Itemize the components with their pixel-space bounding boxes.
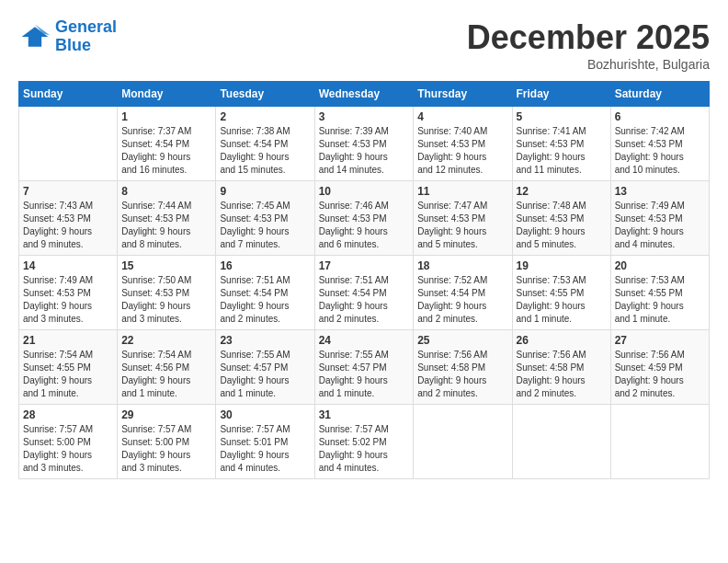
page-header: General Blue December 2025 Bozhurishte, … — [18, 18, 710, 72]
calendar-week-4: 21Sunrise: 7:54 AM Sunset: 4:55 PM Dayli… — [19, 330, 710, 405]
day-info: Sunrise: 7:46 AM Sunset: 4:53 PM Dayligh… — [319, 200, 410, 251]
calendar-cell: 25Sunrise: 7:56 AM Sunset: 4:58 PM Dayli… — [414, 330, 512, 405]
day-number: 6 — [615, 110, 705, 123]
day-info: Sunrise: 7:54 AM Sunset: 4:55 PM Dayligh… — [23, 349, 113, 400]
calendar-cell: 19Sunrise: 7:53 AM Sunset: 4:55 PM Dayli… — [512, 256, 610, 330]
day-info: Sunrise: 7:57 AM Sunset: 5:01 PM Dayligh… — [220, 423, 310, 475]
logo: General Blue — [18, 18, 117, 55]
day-info: Sunrise: 7:56 AM Sunset: 4:58 PM Dayligh… — [417, 349, 507, 400]
calendar-cell: 10Sunrise: 7:46 AM Sunset: 4:53 PM Dayli… — [314, 181, 414, 256]
calendar-cell: 29Sunrise: 7:57 AM Sunset: 5:00 PM Dayli… — [118, 405, 216, 479]
day-info: Sunrise: 7:55 AM Sunset: 4:57 PM Dayligh… — [319, 349, 410, 400]
calendar-cell: 21Sunrise: 7:54 AM Sunset: 4:55 PM Dayli… — [19, 330, 118, 405]
calendar-cell: 12Sunrise: 7:48 AM Sunset: 4:53 PM Dayli… — [512, 181, 610, 256]
day-number: 30 — [220, 408, 310, 421]
svg-marker-0 — [22, 27, 49, 47]
calendar-cell: 16Sunrise: 7:51 AM Sunset: 4:54 PM Dayli… — [216, 256, 314, 330]
calendar: SundayMondayTuesdayWednesdayThursdayFrid… — [18, 81, 710, 479]
day-info: Sunrise: 7:56 AM Sunset: 4:59 PM Dayligh… — [615, 349, 705, 400]
weekday-header-monday: Monday — [118, 82, 216, 107]
day-number: 7 — [23, 185, 113, 198]
weekday-header-row: SundayMondayTuesdayWednesdayThursdayFrid… — [19, 82, 710, 107]
day-info: Sunrise: 7:57 AM Sunset: 5:00 PM Dayligh… — [23, 423, 113, 475]
day-info: Sunrise: 7:54 AM Sunset: 4:56 PM Dayligh… — [121, 349, 211, 400]
day-info: Sunrise: 7:53 AM Sunset: 4:55 PM Dayligh… — [615, 274, 705, 326]
calendar-cell — [414, 405, 512, 479]
calendar-cell: 23Sunrise: 7:55 AM Sunset: 4:57 PM Dayli… — [216, 330, 314, 405]
day-info: Sunrise: 7:43 AM Sunset: 4:53 PM Dayligh… — [23, 200, 113, 251]
calendar-cell: 3Sunrise: 7:39 AM Sunset: 4:53 PM Daylig… — [314, 107, 414, 181]
day-info: Sunrise: 7:44 AM Sunset: 4:53 PM Dayligh… — [121, 200, 211, 251]
calendar-cell: 27Sunrise: 7:56 AM Sunset: 4:59 PM Dayli… — [610, 330, 709, 405]
day-number: 16 — [220, 259, 310, 272]
day-number: 27 — [615, 334, 705, 347]
calendar-cell — [512, 405, 610, 479]
day-info: Sunrise: 7:57 AM Sunset: 5:00 PM Dayligh… — [121, 423, 211, 475]
weekday-header-tuesday: Tuesday — [216, 82, 314, 107]
weekday-header-wednesday: Wednesday — [314, 82, 414, 107]
day-info: Sunrise: 7:39 AM Sunset: 4:53 PM Dayligh… — [319, 125, 410, 177]
calendar-cell: 14Sunrise: 7:49 AM Sunset: 4:53 PM Dayli… — [19, 256, 118, 330]
day-number: 12 — [517, 185, 607, 198]
weekday-header-friday: Friday — [512, 82, 610, 107]
title-area: December 2025 Bozhurishte, Bulgaria — [467, 18, 710, 72]
day-number: 18 — [417, 259, 507, 272]
day-number: 14 — [23, 259, 113, 272]
day-number: 21 — [23, 334, 113, 347]
day-number: 17 — [319, 259, 410, 272]
day-number: 1 — [121, 110, 211, 123]
day-number: 8 — [121, 185, 211, 198]
day-number: 28 — [23, 408, 113, 421]
day-number: 9 — [220, 185, 310, 198]
day-info: Sunrise: 7:42 AM Sunset: 4:53 PM Dayligh… — [615, 125, 705, 177]
calendar-week-1: 1Sunrise: 7:37 AM Sunset: 4:54 PM Daylig… — [19, 107, 710, 181]
calendar-cell: 9Sunrise: 7:45 AM Sunset: 4:53 PM Daylig… — [216, 181, 314, 256]
day-info: Sunrise: 7:52 AM Sunset: 4:54 PM Dayligh… — [417, 274, 507, 326]
day-info: Sunrise: 7:47 AM Sunset: 4:53 PM Dayligh… — [417, 200, 507, 251]
day-info: Sunrise: 7:38 AM Sunset: 4:54 PM Dayligh… — [220, 125, 310, 177]
calendar-cell: 28Sunrise: 7:57 AM Sunset: 5:00 PM Dayli… — [19, 405, 118, 479]
calendar-cell: 6Sunrise: 7:42 AM Sunset: 4:53 PM Daylig… — [610, 107, 709, 181]
calendar-cell: 24Sunrise: 7:55 AM Sunset: 4:57 PM Dayli… — [314, 330, 414, 405]
day-info: Sunrise: 7:49 AM Sunset: 4:53 PM Dayligh… — [23, 274, 113, 326]
day-info: Sunrise: 7:45 AM Sunset: 4:53 PM Dayligh… — [220, 200, 310, 251]
day-number: 31 — [319, 408, 410, 421]
day-number: 20 — [615, 259, 705, 272]
day-info: Sunrise: 7:51 AM Sunset: 4:54 PM Dayligh… — [220, 274, 310, 326]
calendar-cell: 18Sunrise: 7:52 AM Sunset: 4:54 PM Dayli… — [414, 256, 512, 330]
day-info: Sunrise: 7:40 AM Sunset: 4:53 PM Dayligh… — [417, 125, 507, 177]
calendar-cell: 15Sunrise: 7:50 AM Sunset: 4:53 PM Dayli… — [118, 256, 216, 330]
day-number: 11 — [417, 185, 507, 198]
day-number: 26 — [517, 334, 607, 347]
calendar-cell: 20Sunrise: 7:53 AM Sunset: 4:55 PM Dayli… — [610, 256, 709, 330]
day-number: 5 — [517, 110, 607, 123]
day-number: 10 — [319, 185, 410, 198]
calendar-cell: 26Sunrise: 7:56 AM Sunset: 4:58 PM Dayli… — [512, 330, 610, 405]
month-title: December 2025 — [467, 18, 710, 57]
calendar-cell: 8Sunrise: 7:44 AM Sunset: 4:53 PM Daylig… — [118, 181, 216, 256]
calendar-cell: 11Sunrise: 7:47 AM Sunset: 4:53 PM Dayli… — [414, 181, 512, 256]
calendar-cell: 30Sunrise: 7:57 AM Sunset: 5:01 PM Dayli… — [216, 405, 314, 479]
calendar-week-2: 7Sunrise: 7:43 AM Sunset: 4:53 PM Daylig… — [19, 181, 710, 256]
day-info: Sunrise: 7:56 AM Sunset: 4:58 PM Dayligh… — [517, 349, 607, 400]
calendar-cell: 2Sunrise: 7:38 AM Sunset: 4:54 PM Daylig… — [216, 107, 314, 181]
day-info: Sunrise: 7:48 AM Sunset: 4:53 PM Dayligh… — [517, 200, 607, 251]
weekday-header-sunday: Sunday — [19, 82, 118, 107]
day-info: Sunrise: 7:50 AM Sunset: 4:53 PM Dayligh… — [121, 274, 211, 326]
day-number: 15 — [121, 259, 211, 272]
calendar-cell — [610, 405, 709, 479]
logo-icon — [18, 20, 51, 53]
day-number: 29 — [121, 408, 211, 421]
day-number: 13 — [615, 185, 705, 198]
calendar-cell: 13Sunrise: 7:49 AM Sunset: 4:53 PM Dayli… — [610, 181, 709, 256]
calendar-cell: 5Sunrise: 7:41 AM Sunset: 4:53 PM Daylig… — [512, 107, 610, 181]
day-info: Sunrise: 7:49 AM Sunset: 4:53 PM Dayligh… — [615, 200, 705, 251]
calendar-week-5: 28Sunrise: 7:57 AM Sunset: 5:00 PM Dayli… — [19, 405, 710, 479]
calendar-cell: 7Sunrise: 7:43 AM Sunset: 4:53 PM Daylig… — [19, 181, 118, 256]
day-number: 22 — [121, 334, 211, 347]
day-info: Sunrise: 7:55 AM Sunset: 4:57 PM Dayligh… — [220, 349, 310, 400]
calendar-cell: 4Sunrise: 7:40 AM Sunset: 4:53 PM Daylig… — [414, 107, 512, 181]
day-info: Sunrise: 7:37 AM Sunset: 4:54 PM Dayligh… — [121, 125, 211, 177]
day-info: Sunrise: 7:41 AM Sunset: 4:53 PM Dayligh… — [517, 125, 607, 177]
day-number: 24 — [319, 334, 410, 347]
